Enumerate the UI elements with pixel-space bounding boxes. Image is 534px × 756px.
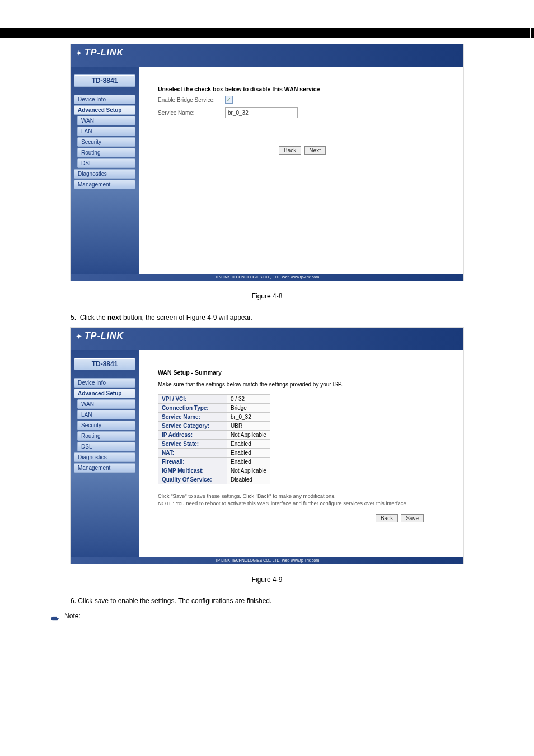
row-value: br_0_32	[227, 413, 270, 422]
table-row: VPI / VCI:0 / 32	[158, 395, 270, 404]
row-key: VPI / VCI:	[158, 395, 227, 404]
save-button[interactable]: Save	[401, 514, 424, 522]
device-footer: TP-LINK TECHNOLOGIES CO., LTD. Web www.t…	[71, 274, 463, 281]
sidebar-item-lan[interactable]: LAN	[77, 127, 135, 136]
device-header: TP-LINK	[71, 328, 463, 350]
row-key: IP Address:	[158, 431, 227, 440]
note-label: Note:	[64, 612, 81, 620]
service-name-label: Service Name:	[158, 110, 225, 116]
table-row: NAT:Enabled	[158, 449, 270, 458]
sidebar: TD-8841 Device InfoAdvanced SetupWANLANS…	[71, 350, 139, 557]
sidebar-item-routing[interactable]: Routing	[77, 148, 135, 157]
sidebar-item-dsl[interactable]: DSL	[77, 442, 135, 451]
row-value: Enabled	[227, 449, 270, 458]
row-key: Service Name:	[158, 413, 227, 422]
table-row: IGMP Multicast:Not Applicable	[158, 466, 270, 475]
figure-caption-2: Figure 4-9	[0, 576, 534, 584]
content-area: WAN Setup - Summary Make sure that the s…	[139, 350, 463, 557]
back-button[interactable]: Back	[279, 146, 301, 155]
sidebar-item-wan[interactable]: WAN	[77, 399, 135, 409]
doc-step-5: 5. Click the next button, the screen of …	[71, 314, 463, 321]
sidebar-item-advanced-setup[interactable]: Advanced Setup	[74, 389, 135, 398]
sidebar-item-advanced-setup[interactable]: Advanced Setup	[74, 105, 135, 115]
row-value: UBR	[227, 422, 270, 431]
row-key: Connection Type:	[158, 404, 227, 413]
sidebar-item-management[interactable]: Management	[74, 463, 135, 473]
row-value: Disabled	[227, 475, 270, 484]
summary-heading: WAN Setup - Summary	[158, 369, 447, 376]
table-row: Connection Type:Bridge	[158, 404, 270, 413]
sidebar-item-device-info[interactable]: Device Info	[74, 378, 135, 388]
doc-step-6: 6. Click save to enable the settings. Th…	[71, 597, 463, 605]
row-value: Enabled	[227, 440, 270, 449]
row-value: Not Applicable	[227, 466, 270, 475]
summary-intro: Make sure that the settings below match …	[158, 381, 447, 388]
sidebar-item-lan[interactable]: LAN	[77, 410, 135, 419]
figure-caption-1: Figure 4-8	[0, 292, 534, 300]
row-key: IGMP Multicast:	[158, 466, 227, 475]
device-footer: TP-LINK TECHNOLOGIES CO., LTD. Web www.t…	[71, 557, 463, 564]
table-row: Service State:Enabled	[158, 440, 270, 449]
row-key: Service State:	[158, 440, 227, 449]
brand-logo: TP-LINK	[76, 48, 124, 58]
row-value: Not Applicable	[227, 431, 270, 440]
table-row: Service Name:br_0_32	[158, 413, 270, 422]
table-row: Quality Of Service:Disabled	[158, 475, 270, 484]
brand-logo: TP-LINK	[76, 331, 124, 341]
row-key: Firewall:	[158, 458, 227, 466]
row-value: 0 / 32	[227, 395, 270, 404]
router-screenshot-2: TP-LINK TD-8841 Device InfoAdvanced Setu…	[70, 327, 464, 564]
model-badge: TD-8841	[74, 358, 135, 370]
row-key: Quality Of Service:	[158, 475, 227, 484]
summary-note-1: Click "Save" to save these settings. Cli…	[158, 492, 447, 500]
back-button[interactable]: Back	[376, 514, 398, 522]
sidebar-item-device-info[interactable]: Device Info	[74, 95, 135, 104]
sidebar-item-diagnostics[interactable]: Diagnostics	[74, 169, 135, 179]
model-badge: TD-8841	[74, 74, 135, 87]
content-area: Unselect the check box below to disable …	[139, 67, 463, 274]
table-row: Firewall:Enabled	[158, 458, 270, 466]
row-value: Bridge	[227, 404, 270, 413]
sidebar-item-management[interactable]: Management	[74, 180, 135, 189]
router-screenshot-1: TP-LINK TD-8841 Device InfoAdvanced Setu…	[70, 44, 464, 281]
row-key: Service Category:	[158, 422, 227, 431]
sidebar-item-security[interactable]: Security	[77, 421, 135, 430]
sidebar-item-routing[interactable]: Routing	[77, 431, 135, 441]
sidebar: TD-8841 Device InfoAdvanced SetupWANLANS…	[71, 67, 139, 274]
table-row: Service Category:UBR	[158, 422, 270, 431]
table-row: IP Address:Not Applicable	[158, 431, 270, 440]
row-key: NAT:	[158, 449, 227, 458]
next-button[interactable]: Next	[304, 146, 326, 155]
summary-table: VPI / VCI:0 / 32Connection Type:BridgeSe…	[158, 394, 270, 484]
device-header: TP-LINK	[71, 44, 463, 67]
sidebar-item-security[interactable]: Security	[77, 137, 135, 147]
sidebar-item-diagnostics[interactable]: Diagnostics	[74, 452, 135, 462]
row-value: Enabled	[227, 458, 270, 466]
enable-bridge-checkbox[interactable]: ✓	[225, 96, 233, 104]
note-hand-icon	[50, 615, 60, 623]
sidebar-item-dsl[interactable]: DSL	[77, 158, 135, 168]
sidebar-item-wan[interactable]: WAN	[77, 116, 135, 125]
service-name-input[interactable]	[225, 107, 298, 118]
enable-bridge-label: Enable Bridge Service:	[158, 97, 225, 103]
section-title: Unselect the check box below to disable …	[158, 86, 447, 92]
doc-header-bar	[0, 28, 534, 38]
summary-note-2: NOTE: You need to reboot to activate thi…	[158, 500, 447, 507]
